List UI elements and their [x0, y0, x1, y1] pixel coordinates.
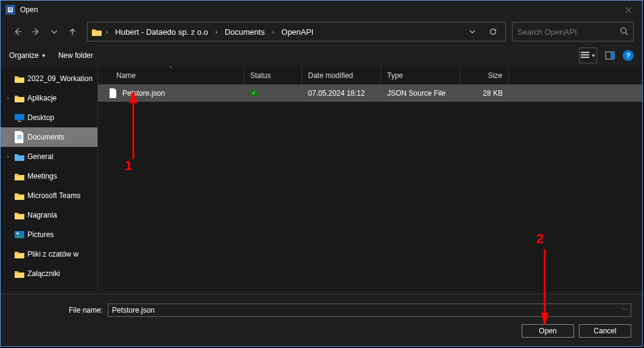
folder-icon	[14, 171, 25, 181]
breadcrumb-segment[interactable]: Hubert - Dataedo sp. z o.o	[111, 26, 211, 38]
tree-item[interactable]: ›General	[1, 147, 97, 166]
search-icon[interactable]	[620, 27, 628, 37]
tree-item-label: 2022_09_Workation	[27, 74, 93, 83]
column-name[interactable]: ˄Name	[98, 66, 244, 84]
svg-point-4	[621, 27, 626, 33]
file-row[interactable]: Petstore.json 07.05.2024 18:12 JSON Sour…	[98, 85, 642, 102]
svg-rect-6	[581, 54, 589, 55]
dialog-buttons: Open Cancel	[12, 324, 631, 338]
folder-icon	[14, 74, 25, 83]
refresh-icon	[489, 27, 497, 36]
file-type-cell: JSON Source File	[381, 85, 460, 102]
cancel-button[interactable]: Cancel	[579, 324, 631, 338]
folder-icon	[14, 191, 25, 201]
tree-item[interactable]: 2022_09_Workation	[1, 69, 97, 88]
arrow-up-icon	[68, 27, 77, 36]
tree-item-label: Desktop	[27, 113, 54, 122]
file-status-cell	[244, 85, 302, 102]
svg-rect-10	[15, 114, 24, 120]
search-input[interactable]	[517, 27, 620, 37]
refresh-button[interactable]	[485, 24, 502, 39]
preview-icon	[605, 51, 615, 60]
chevron-right-icon[interactable]: ›	[213, 29, 220, 35]
tree-item-label: General	[27, 152, 54, 161]
file-name-cell: Petstore.json	[98, 85, 244, 102]
forward-button[interactable]	[27, 23, 44, 40]
open-dialog: Open › Hubert - Dataedo sp. z o.o › Docu…	[0, 0, 643, 347]
preview-pane-button[interactable]	[601, 48, 619, 63]
folder-icon	[14, 249, 25, 259]
doc-icon	[14, 132, 25, 142]
svg-rect-2	[9, 9, 12, 10]
list-header: ˄Name Status Date modified Type Size	[98, 66, 642, 85]
recent-locations-button[interactable]	[46, 23, 63, 40]
svg-rect-14	[17, 138, 22, 138]
sort-ascending-icon: ˄	[169, 66, 172, 72]
breadcrumb-segment[interactable]: Documents	[221, 26, 268, 38]
up-button[interactable]	[64, 23, 81, 40]
tree-item-label: Załączniki	[27, 269, 60, 278]
toolbar: Organize ▼ New folder ▼ ?	[1, 44, 642, 66]
new-folder-label: New folder	[58, 51, 93, 60]
organize-button[interactable]: Organize ▼	[9, 51, 46, 60]
annotation-arrow-1	[126, 92, 141, 165]
tree-item[interactable]: Pliki z czatów w	[1, 244, 97, 264]
chevron-down-icon: ▼	[591, 53, 596, 59]
nav-row: › Hubert - Dataedo sp. z o.o › Documents…	[1, 19, 642, 44]
column-type[interactable]: Type	[381, 66, 460, 84]
column-date[interactable]: Date modified	[302, 66, 381, 84]
chevron-right-icon[interactable]: ›	[270, 29, 276, 35]
svg-rect-5	[581, 52, 589, 53]
tree-item-label: Aplikacje	[27, 94, 57, 102]
chevron-down-icon	[50, 27, 58, 36]
column-status[interactable]: Status	[244, 66, 302, 84]
file-date-cell: 07.05.2024 18:12	[302, 85, 381, 102]
filename-label: File name:	[12, 306, 103, 314]
filename-dropdown-button[interactable]: ﹀	[618, 306, 631, 314]
monitor-icon	[14, 113, 25, 123]
tree-item[interactable]: Pictures	[1, 225, 97, 244]
folder-icon	[14, 93, 25, 103]
expand-icon[interactable]: ›	[4, 134, 12, 140]
close-button[interactable]	[614, 1, 642, 19]
search-box[interactable]	[512, 22, 634, 41]
breadcrumb-dropdown-button[interactable]	[464, 24, 481, 39]
new-folder-button[interactable]: New folder	[58, 51, 93, 60]
back-button[interactable]	[9, 23, 26, 40]
view-details-button[interactable]: ▼	[579, 48, 597, 63]
list-icon	[580, 51, 590, 60]
tree-item[interactable]: ›Documents	[1, 127, 97, 147]
titlebar-title: Open	[20, 5, 38, 14]
expand-icon[interactable]: ›	[4, 154, 12, 160]
tree-item-label: Meetings	[27, 172, 57, 180]
annotation-arrow-2	[537, 246, 552, 325]
svg-point-16	[16, 232, 19, 235]
general-icon	[14, 152, 25, 162]
help-button[interactable]: ?	[623, 50, 634, 61]
tree-item-label: Pliki z czatów w	[27, 250, 79, 258]
tree-item[interactable]: Microsoft Teams	[1, 186, 97, 205]
svg-rect-12	[17, 135, 22, 135]
arrow-left-icon	[13, 27, 22, 36]
file-size-cell: 28 KB	[460, 85, 509, 102]
folder-icon	[14, 210, 25, 220]
file-list: ˄Name Status Date modified Type Size Pet…	[98, 66, 642, 291]
tree-item[interactable]: Desktop	[1, 108, 97, 127]
chevron-right-icon[interactable]: ›	[103, 29, 110, 35]
tree-item[interactable]: ›Aplikacje	[1, 88, 97, 108]
tree-item[interactable]: Meetings	[1, 166, 97, 186]
organize-label: Organize	[9, 51, 39, 60]
filename-combo[interactable]: ﹀	[108, 304, 631, 317]
folder-tree[interactable]: 2022_09_Workation›AplikacjeDesktop›Docum…	[1, 66, 98, 291]
tree-item[interactable]: Załączniki	[1, 264, 97, 283]
column-size[interactable]: Size	[460, 66, 509, 84]
breadcrumb-segment[interactable]: OpenAPI	[278, 26, 317, 38]
tree-item[interactable]: Nagrania	[1, 205, 97, 225]
synced-icon	[250, 90, 257, 97]
folder-icon	[91, 27, 102, 37]
expand-icon[interactable]: ›	[4, 95, 12, 101]
open-button[interactable]: Open	[522, 324, 574, 338]
close-icon	[625, 7, 632, 13]
breadcrumb[interactable]: › Hubert - Dataedo sp. z o.o › Documents…	[87, 22, 506, 41]
svg-rect-11	[18, 121, 21, 122]
